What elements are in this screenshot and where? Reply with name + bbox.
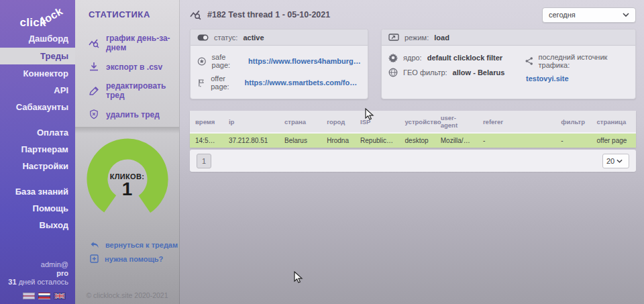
mode-left-col: ядро: default clicklock filter ГЕО фильт… bbox=[388, 50, 525, 85]
geo-filter-value: allow - Belarus bbox=[453, 68, 505, 77]
traffic-source-link-row: testovyi.site bbox=[525, 72, 629, 85]
thread-title-wrap: #182 Test thread 1 - 05-10-2021 bbox=[190, 9, 330, 20]
sidebar-item-threads[interactable]: Треды bbox=[0, 48, 75, 64]
menu-item-delete-thread[interactable]: удалить тред bbox=[75, 105, 179, 124]
clicks-gauge: КЛИКОВ: 1 bbox=[83, 138, 172, 219]
sidebar-item-logout[interactable]: Выход bbox=[0, 217, 75, 233]
col-country: страна bbox=[279, 111, 321, 133]
badge-star-icon bbox=[197, 56, 207, 66]
copyright-footer: © clicklock.site 2020-2021 bbox=[75, 291, 179, 299]
mode-label: режим: bbox=[405, 34, 429, 42]
table-header-row: время ip страна город ISP устройство use… bbox=[190, 111, 636, 133]
stats-links: вернуться к тредам нужна помощь? bbox=[75, 238, 179, 266]
menu-item-label: удалить тред bbox=[106, 110, 160, 119]
period-select-value: сегодня bbox=[549, 11, 576, 19]
globe-icon bbox=[388, 68, 398, 77]
app-logo[interactable]: click lock bbox=[0, 0, 75, 30]
clicks-table: время ip страна город ISP устройство use… bbox=[190, 111, 636, 148]
flag-uk-icon[interactable] bbox=[54, 293, 66, 299]
account-info: admin@ pro 31 дней осталось bbox=[8, 260, 68, 287]
sidebar-item-knowledge-base[interactable]: База знаний bbox=[0, 184, 75, 199]
help-box-icon bbox=[90, 254, 99, 263]
status-card-header: статус: active bbox=[191, 30, 368, 46]
stats-side-panel: СТАТИСТИКА график день-за-днем экспорт в… bbox=[75, 0, 180, 304]
menu-item-label: редактировать тред bbox=[106, 81, 179, 100]
cell-device: desktop bbox=[400, 133, 435, 148]
kernel-value: default clicklock filter bbox=[427, 54, 502, 62]
sidebar-item-settings[interactable]: Настройки bbox=[0, 158, 75, 174]
status-label: статус: bbox=[214, 34, 237, 42]
page-size-select[interactable]: 20 bbox=[602, 154, 629, 168]
share-icon bbox=[525, 56, 533, 66]
menu-item-daily-chart[interactable]: график день-за-днем bbox=[75, 29, 179, 57]
pagination-bar: 1 20 bbox=[190, 150, 636, 172]
undo-icon bbox=[90, 241, 99, 249]
table-row[interactable]: 14:58:52 37.212.80.51 Belarus Hrodna Rep… bbox=[190, 133, 636, 148]
sidebar-item-partners[interactable]: Партнерам bbox=[0, 142, 75, 157]
mode-right-col: последний источник трафика: testovyi.sit… bbox=[525, 50, 629, 85]
flag-by-icon[interactable] bbox=[23, 293, 35, 299]
cell-user-agent: Mozilla/5.0 (Win... bbox=[435, 133, 478, 148]
chevron-down-icon bbox=[623, 13, 629, 17]
safe-page-link[interactable]: https://www.flowers4hamburg.com/ bbox=[248, 57, 361, 65]
traffic-source-label: последний источник трафика: bbox=[539, 53, 629, 69]
language-switcher bbox=[23, 293, 66, 299]
status-value: active bbox=[243, 34, 264, 42]
chevron-down-icon bbox=[616, 159, 623, 163]
info-cards-row: статус: active safe page: https://www.fl… bbox=[190, 29, 636, 99]
need-help-link[interactable]: нужна помощь? bbox=[75, 252, 179, 266]
status-card: статус: active safe page: https://www.fl… bbox=[190, 29, 368, 99]
mode-card-body: ядро: default clicklock filter ГЕО фильт… bbox=[382, 46, 635, 91]
gauge-value: 1 bbox=[83, 181, 172, 198]
back-to-threads-link[interactable]: вернуться к тредам bbox=[75, 238, 179, 252]
cell-country: Belarus bbox=[279, 133, 321, 148]
period-select[interactable]: сегодня bbox=[542, 7, 636, 23]
sidebar-nav: Дашборд Треды Коннектор API Сабакаунты О… bbox=[0, 31, 75, 233]
cell-isp: Republican Unita... bbox=[355, 133, 400, 148]
sidebar-item-dashboard[interactable]: Дашборд bbox=[0, 31, 75, 46]
sidebar-item-payment[interactable]: Оплата bbox=[0, 125, 75, 140]
sidebar-item-subaccounts[interactable]: Сабакаунты bbox=[0, 99, 75, 115]
screen-arrow-icon bbox=[388, 34, 399, 42]
flag-ru-icon[interactable] bbox=[38, 293, 50, 299]
col-city: город bbox=[321, 111, 355, 133]
logo-text-lock: lock bbox=[40, 5, 65, 27]
mode-card-header: режим: load bbox=[382, 30, 635, 46]
offer-page-row: offer page: https://www.smartbets.com/fo… bbox=[197, 72, 361, 93]
download-icon bbox=[89, 62, 99, 72]
menu-item-export-csv[interactable]: экспорт в .csv bbox=[75, 57, 179, 77]
chart-search-icon bbox=[190, 9, 201, 20]
nav-spacer bbox=[0, 116, 75, 125]
stats-menu: график день-за-днем экспорт в .csv редак… bbox=[75, 29, 179, 124]
sidebar-item-api[interactable]: API bbox=[0, 83, 75, 98]
cell-filter: - bbox=[555, 133, 591, 148]
gauge-readout: КЛИКОВ: 1 bbox=[83, 172, 172, 198]
account-email: admin@ bbox=[8, 260, 68, 269]
panel-shadow-divider bbox=[75, 127, 179, 134]
menu-item-edit-thread[interactable]: редактировать тред bbox=[75, 77, 179, 105]
offer-page-link[interactable]: https://www.smartbets.com/football/tea..… bbox=[245, 79, 361, 87]
page-1-button[interactable]: 1 bbox=[197, 154, 211, 168]
cell-time: 14:58:52 bbox=[190, 133, 223, 148]
sidebar: click lock Дашборд Треды Коннектор API С… bbox=[0, 0, 75, 304]
traffic-source-link[interactable]: testovyi.site bbox=[526, 74, 569, 83]
col-time: время bbox=[190, 111, 223, 133]
col-page: страница bbox=[591, 111, 636, 133]
sidebar-item-help[interactable]: Помощь bbox=[0, 201, 75, 216]
nav-spacer bbox=[0, 175, 75, 184]
toggle-on-icon bbox=[197, 34, 209, 41]
kernel-row: ядро: default clicklock filter bbox=[388, 50, 525, 65]
mode-card: режим: load ядро: default clicklock filt… bbox=[381, 29, 636, 99]
traffic-source-row: последний источник трафика: bbox=[525, 50, 629, 72]
flag-icon bbox=[197, 78, 205, 88]
col-ip: ip bbox=[223, 111, 279, 133]
main-content: #182 Test thread 1 - 05-10-2021 сегодня … bbox=[180, 0, 644, 304]
cell-page: offer page bbox=[591, 133, 636, 148]
link-label: вернуться к тредам bbox=[105, 241, 178, 249]
mode-value: load bbox=[434, 34, 449, 42]
page-size-value: 20 bbox=[606, 157, 614, 165]
cell-referer: - bbox=[478, 133, 555, 148]
gear-icon bbox=[388, 53, 398, 62]
stats-panel-title: СТАТИСТИКА bbox=[75, 0, 179, 19]
sidebar-item-connector[interactable]: Коннектор bbox=[0, 66, 75, 81]
